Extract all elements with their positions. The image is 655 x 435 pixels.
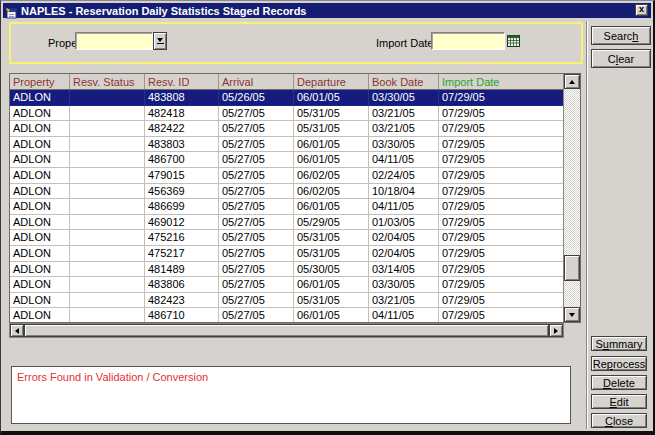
table-row[interactable]: ADLON48669905/27/0506/01/0504/11/0507/29… [10,199,563,215]
table-row[interactable]: ADLON48380605/27/0506/01/0503/30/0507/29… [10,277,563,293]
cell-property: ADLON [10,106,70,122]
property-field[interactable] [75,32,153,50]
cell-arrival: 05/27/05 [219,199,294,215]
table-row[interactable]: ADLON48242305/27/0505/31/0503/21/0507/29… [10,293,563,309]
cell-resv-status [70,137,145,153]
reprocess-label-post: rocess [613,358,645,370]
cell-departure: 06/01/05 [294,277,369,293]
cell-resv-id: 475217 [145,246,219,262]
column-header-import-date[interactable]: Import Date [439,74,580,89]
table-row[interactable]: ADLON47521705/27/0505/31/0502/04/0507/29… [10,246,563,262]
column-header-departure[interactable]: Departure [294,74,369,89]
table-row[interactable]: ADLON48670005/27/0506/01/0504/11/0507/29… [10,152,563,168]
cell-import-date: 07/29/05 [439,90,563,106]
cell-departure: 06/02/05 [294,184,369,200]
column-header-resv-status[interactable]: Resv. Status [70,74,145,89]
cell-resv-id: 475216 [145,230,219,246]
vertical-scrollbar[interactable] [563,74,580,322]
column-header-resv-id[interactable]: Resv. ID [145,74,219,89]
scroll-right-button[interactable] [549,324,563,337]
cell-resv-status [70,90,145,106]
table-header-row: Property Resv. Status Resv. ID Arrival D… [10,74,580,90]
cell-departure: 05/31/05 [294,230,369,246]
cell-book-date: 03/21/05 [369,293,439,309]
cell-property: ADLON [10,293,70,309]
property-dropdown-button[interactable] [153,32,167,50]
summary-button[interactable]: Summary [591,336,647,351]
edit-button[interactable]: Edit [591,394,647,409]
table-row[interactable]: ADLON45636905/27/0506/02/0510/18/0407/29… [10,184,563,200]
cell-book-date: 03/21/05 [369,121,439,137]
scroll-down-button[interactable] [564,307,580,322]
summary-label-post: mmary [609,338,643,350]
reprocess-label-pre: Re [593,358,607,370]
cell-resv-status [70,168,145,184]
cell-departure: 05/29/05 [294,215,369,231]
application-icon [5,5,17,17]
cell-import-date: 07/29/05 [439,308,563,322]
cell-import-date: 07/29/05 [439,106,563,122]
delete-button[interactable]: Delete [591,375,647,390]
cell-property: ADLON [10,152,70,168]
cell-arrival: 05/27/05 [219,106,294,122]
cell-property: ADLON [10,121,70,137]
cell-arrival: 05/27/05 [219,184,294,200]
column-header-book-date[interactable]: Book Date [369,74,439,89]
cell-property: ADLON [10,199,70,215]
table-row[interactable]: ADLON47901505/27/0506/02/0502/24/0507/29… [10,168,563,184]
cell-departure: 06/01/05 [294,137,369,153]
cell-book-date: 03/30/05 [369,90,439,106]
cell-departure: 05/31/05 [294,246,369,262]
table-row[interactable]: ADLON48380805/26/0506/01/0503/30/0507/29… [10,90,563,106]
table-row[interactable]: ADLON48241805/27/0505/31/0503/21/0507/29… [10,106,563,122]
edit-label-mnemonic: E [610,396,617,408]
calendar-button[interactable] [506,33,521,49]
cell-property: ADLON [10,137,70,153]
cell-import-date: 07/29/05 [439,246,563,262]
close-window-button[interactable]: x [635,4,648,16]
cell-resv-id: 481489 [145,262,219,278]
search-label-mnemonic: h [632,30,638,42]
scroll-left-button[interactable] [10,324,24,337]
table-row[interactable]: ADLON46901205/27/0505/29/0501/03/0507/29… [10,215,563,231]
filter-panel: Property Import Date [9,22,583,64]
horizontal-scrollbar[interactable] [9,323,564,338]
cell-arrival: 05/27/05 [219,277,294,293]
column-header-arrival[interactable]: Arrival [219,74,294,89]
cell-resv-id: 482423 [145,293,219,309]
clear-button[interactable]: Clear [591,49,651,68]
cell-property: ADLON [10,246,70,262]
cell-import-date: 07/29/05 [439,152,563,168]
vertical-scrollbar-thumb[interactable] [564,255,580,281]
horizontal-scrollbar-thumb[interactable] [24,324,549,337]
cell-import-date: 07/29/05 [439,184,563,200]
cell-import-date: 07/29/05 [439,121,563,137]
cell-import-date: 07/29/05 [439,215,563,231]
validation-errors-box[interactable]: Errors Found in Validation / Conversion [11,366,571,424]
column-header-property[interactable]: Property [10,74,70,89]
cell-resv-id: 483803 [145,137,219,153]
table-row[interactable]: ADLON48671005/27/0506/01/0504/11/0507/29… [10,308,563,322]
cell-book-date: 04/11/05 [369,199,439,215]
cell-departure: 06/01/05 [294,199,369,215]
close-button[interactable]: Close [591,413,647,428]
summary-label-pre: S [595,338,602,350]
cell-arrival: 05/27/05 [219,168,294,184]
close-label-mnemonic: C [605,415,613,427]
scroll-up-button[interactable] [564,74,580,89]
cell-resv-status [70,308,145,322]
cell-departure: 06/01/05 [294,152,369,168]
table-row[interactable]: ADLON47521605/27/0505/31/0502/04/0507/29… [10,230,563,246]
cell-import-date: 07/29/05 [439,293,563,309]
table-row[interactable]: ADLON48242205/27/0505/31/0503/21/0507/29… [10,121,563,137]
import-date-field[interactable] [431,32,505,50]
reprocess-button[interactable]: Reprocess [591,356,647,371]
cell-book-date: 02/04/05 [369,230,439,246]
cell-resv-status [70,293,145,309]
table-row[interactable]: ADLON48148905/27/0505/30/0503/14/0507/29… [10,262,563,278]
close-label-post: lose [613,415,633,427]
search-button[interactable]: Search [591,26,651,45]
cell-book-date: 03/14/05 [369,262,439,278]
cell-departure: 06/01/05 [294,90,369,106]
table-row[interactable]: ADLON48380305/27/0506/01/0503/30/0507/29… [10,137,563,153]
